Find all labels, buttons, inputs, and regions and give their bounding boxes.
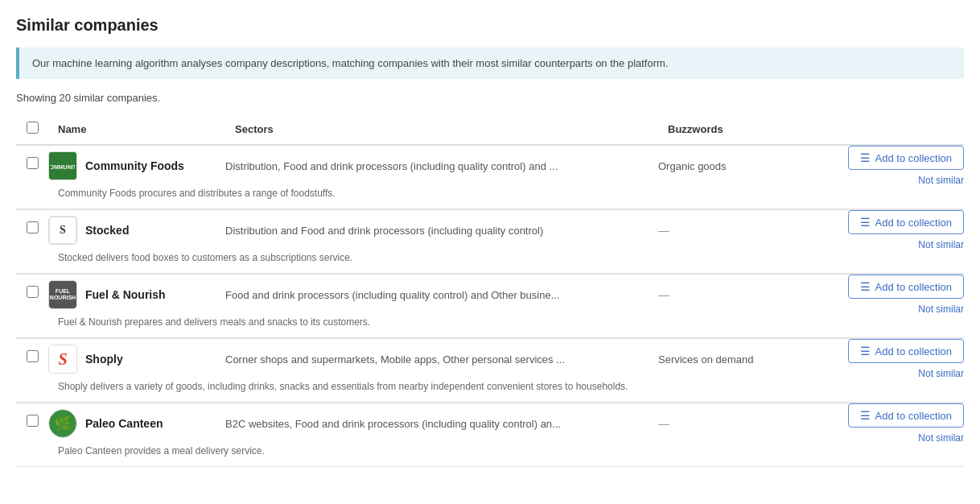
page-title: Similar companies [16,16,964,35]
buzzwords-header: Buzzwords [658,114,803,145]
table-row: S Stocked Distribution and Food and drin… [16,210,964,251]
company-name-fuel-nourish: Fuel & Nourish [85,288,166,301]
add-to-collection-button-shoply[interactable]: ☰ Add to collection [848,339,964,363]
collection-icon: ☰ [860,409,871,422]
row-checkbox-community-foods[interactable] [27,157,39,169]
row-checkbox-fuel-nourish[interactable] [27,286,39,298]
company-description-stocked: Stocked delivers food boxes to customers… [58,252,352,263]
svg-text:COMMUNITY: COMMUNITY [51,164,75,170]
showing-count: Showing 20 similar companies. [16,92,964,104]
company-name-shoply: Shoply [85,353,123,366]
description-row: Community Foods procures and distributes… [16,186,964,209]
collection-icon: ☰ [860,216,871,229]
company-sectors-community-foods: Distribution, Food and drink processors … [225,160,558,172]
info-banner: Our machine learning algorithm analyses … [16,48,964,79]
not-similar-link-paleo-canteen[interactable]: Not similar [918,432,964,444]
name-header: Name [48,114,225,145]
table-row: 🌿 Paleo Canteen B2C websites, Food and d… [16,403,964,444]
add-to-collection-button-fuel-nourish[interactable]: ☰ Add to collection [848,275,964,299]
add-collection-label: Add to collection [875,281,952,293]
add-collection-label: Add to collection [875,217,952,229]
company-name-paleo-canteen: Paleo Canteen [85,417,163,430]
description-row: Fuel & Nourish prepares and delivers mea… [16,315,964,338]
row-checkbox-stocked[interactable] [27,221,39,233]
row-checkbox-shoply[interactable] [27,350,39,362]
company-description-paleo-canteen: Paleo Canteen provides a meal delivery s… [58,445,265,456]
table-row: S Shoply Corner shops and supermarkets, … [16,339,964,380]
company-description-shoply: Shoply delivers a variety of goods, incl… [58,381,628,392]
company-sectors-shoply: Corner shops and supermarkets, Mobile ap… [225,353,565,366]
collection-icon: ☰ [860,345,871,357]
add-collection-label: Add to collection [875,345,952,357]
company-sectors-fuel-nourish: Food and drink processors (including qua… [225,289,560,301]
add-to-collection-button-stocked[interactable]: ☰ Add to collection [848,210,964,234]
description-row: Stocked delivers food boxes to customers… [16,250,964,274]
table-row: COMMUNITY Community Foods Distribution, … [16,145,964,186]
collection-icon: ☰ [860,280,871,293]
description-row: Shoply delivers a variety of goods, incl… [16,379,964,403]
company-sectors-stocked: Distribution and Food and drink processo… [225,225,543,237]
company-name-community-foods: Community Foods [85,159,184,172]
company-description-fuel-nourish: Fuel & Nourish prepares and delivers mea… [58,316,370,328]
row-checkbox-paleo-canteen[interactable] [27,415,39,427]
actions-header [803,114,964,145]
company-sectors-paleo-canteen: B2C websites, Food and drink processors … [225,418,561,430]
not-similar-link-stocked[interactable]: Not similar [918,239,964,250]
not-similar-link-fuel-nourish[interactable]: Not similar [918,304,964,315]
collection-icon: ☰ [860,151,871,164]
select-all-checkbox[interactable] [27,122,39,134]
companies-table: Name Sectors Buzzwords COMMUNITY Communi… [16,114,964,467]
sectors-header: Sectors [225,114,658,145]
add-to-collection-button-community-foods[interactable]: ☰ Add to collection [848,146,964,170]
company-description-community-foods: Community Foods procures and distributes… [58,188,336,199]
not-similar-link-community-foods[interactable]: Not similar [918,175,964,186]
description-row: Paleo Canteen provides a meal delivery s… [16,444,964,467]
company-name-stocked: Stocked [85,224,129,237]
add-collection-label: Add to collection [875,152,952,164]
not-similar-link-shoply[interactable]: Not similar [918,368,964,379]
add-to-collection-button-paleo-canteen[interactable]: ☰ Add to collection [848,403,964,428]
add-collection-label: Add to collection [875,410,952,422]
table-row: FUELNOURISH Fuel & Nourish Food and drin… [16,275,964,316]
